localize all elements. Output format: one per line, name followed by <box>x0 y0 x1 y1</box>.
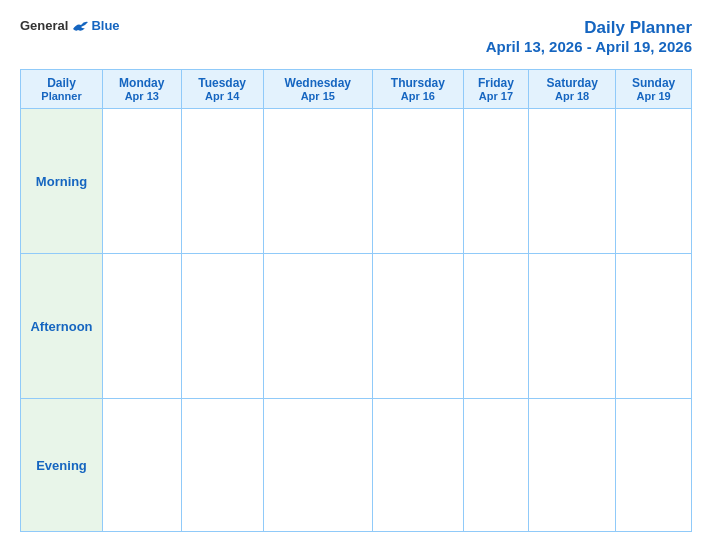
evening-thursday[interactable] <box>372 399 463 532</box>
page-title: Daily Planner <box>486 18 692 38</box>
morning-label: Morning <box>21 109 103 254</box>
evening-sunday[interactable] <box>616 399 692 532</box>
evening-wednesday[interactable] <box>263 399 372 532</box>
col-header-thursday: Thursday Apr 16 <box>372 70 463 109</box>
evening-saturday[interactable] <box>529 399 616 532</box>
afternoon-wednesday[interactable] <box>263 254 372 399</box>
evening-monday[interactable] <box>103 399 182 532</box>
morning-monday[interactable] <box>103 109 182 254</box>
logo-text: General Blue <box>20 18 120 33</box>
col-header-sunday: Sunday Apr 19 <box>616 70 692 109</box>
morning-wednesday[interactable] <box>263 109 372 254</box>
header: General Blue Daily Planner April 13, 202… <box>20 18 692 55</box>
evening-tuesday[interactable] <box>181 399 263 532</box>
col-header-planner: Daily Planner <box>21 70 103 109</box>
evening-row: Evening <box>21 399 692 532</box>
header-row: Daily Planner Monday Apr 13 Tuesday Apr … <box>21 70 692 109</box>
afternoon-tuesday[interactable] <box>181 254 263 399</box>
title-area: Daily Planner April 13, 2026 - April 19,… <box>486 18 692 55</box>
logo-bird-icon <box>71 19 89 33</box>
afternoon-label: Afternoon <box>21 254 103 399</box>
calendar-table: Daily Planner Monday Apr 13 Tuesday Apr … <box>20 69 692 532</box>
logo-general: General <box>20 18 68 33</box>
page: General Blue Daily Planner April 13, 202… <box>0 0 712 550</box>
afternoon-row: Afternoon <box>21 254 692 399</box>
afternoon-saturday[interactable] <box>529 254 616 399</box>
afternoon-sunday[interactable] <box>616 254 692 399</box>
evening-label: Evening <box>21 399 103 532</box>
morning-friday[interactable] <box>463 109 528 254</box>
morning-saturday[interactable] <box>529 109 616 254</box>
morning-sunday[interactable] <box>616 109 692 254</box>
morning-row: Morning <box>21 109 692 254</box>
afternoon-thursday[interactable] <box>372 254 463 399</box>
col-header-tuesday: Tuesday Apr 14 <box>181 70 263 109</box>
date-range: April 13, 2026 - April 19, 2026 <box>486 38 692 55</box>
evening-friday[interactable] <box>463 399 528 532</box>
logo-area: General Blue <box>20 18 120 33</box>
col-header-monday: Monday Apr 13 <box>103 70 182 109</box>
afternoon-friday[interactable] <box>463 254 528 399</box>
morning-thursday[interactable] <box>372 109 463 254</box>
planner-label-line1: Daily <box>25 76 98 90</box>
col-header-wednesday: Wednesday Apr 15 <box>263 70 372 109</box>
afternoon-monday[interactable] <box>103 254 182 399</box>
col-header-friday: Friday Apr 17 <box>463 70 528 109</box>
planner-label-line2: Planner <box>25 90 98 102</box>
logo-blue: Blue <box>91 18 119 33</box>
col-header-saturday: Saturday Apr 18 <box>529 70 616 109</box>
morning-tuesday[interactable] <box>181 109 263 254</box>
